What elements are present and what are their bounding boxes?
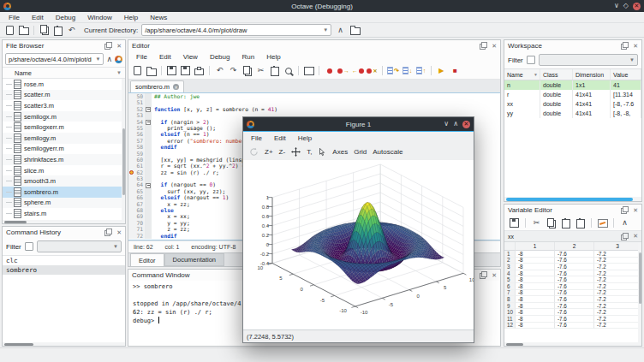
fold-margin[interactable] xyxy=(145,213,152,219)
editor-step-over-icon[interactable]: ↷ xyxy=(387,65,399,76)
variable-cell[interactable]: -7.2 xyxy=(594,258,641,264)
editor-save-as-icon[interactable] xyxy=(180,65,191,76)
fold-margin[interactable] xyxy=(145,112,152,118)
variable-cell[interactable]: -8 xyxy=(516,251,555,258)
line-number[interactable]: 59 xyxy=(128,151,145,157)
variable-editor-chart-icon[interactable] xyxy=(597,217,608,228)
editor-breakpoint-prev-icon[interactable]: ← xyxy=(352,65,364,76)
workspace-row[interactable]: ndouble1x141 xyxy=(504,80,641,90)
variable-cell[interactable]: -7.6 xyxy=(555,283,594,290)
close-tab-icon[interactable]: ✕ xyxy=(173,84,179,90)
variable-cell[interactable]: -7.6 xyxy=(555,323,594,329)
line-number[interactable]: 65 xyxy=(128,188,145,194)
variable-cell[interactable]: -7.2 xyxy=(594,316,641,323)
line-number[interactable]: 68 xyxy=(128,207,145,213)
editor-breakpoint-toggle-icon[interactable] xyxy=(324,65,335,76)
variable-cell[interactable]: -8 xyxy=(516,296,555,303)
history-item[interactable]: sombrero xyxy=(3,265,125,275)
line-number[interactable]: 61 xyxy=(128,163,145,169)
fold-margin[interactable] xyxy=(145,169,152,175)
line-number[interactable]: 66 xyxy=(128,194,145,200)
variable-cell[interactable]: -7.2 xyxy=(594,290,641,297)
close-variable-icon[interactable]: ✕ xyxy=(633,233,638,240)
variable-cell[interactable]: -7.6 xyxy=(555,309,594,316)
editor-save-icon[interactable] xyxy=(166,65,177,76)
editor-menu-file[interactable]: File xyxy=(130,53,153,61)
editor-copy-icon[interactable] xyxy=(242,65,253,76)
editor-open-folder-icon[interactable] xyxy=(146,65,157,76)
editor-redo-icon[interactable]: ↷ xyxy=(228,65,239,76)
close-icon[interactable]: ✕ xyxy=(633,3,641,10)
line-number[interactable]: 60 xyxy=(128,157,145,163)
editor-step-out-icon[interactable]: ↑ xyxy=(415,65,426,76)
file-row[interactable]: sombrero.m xyxy=(3,187,125,198)
fold-marker-icon[interactable] xyxy=(146,107,151,112)
main-undo-icon[interactable]: ↶ xyxy=(66,25,77,36)
line-number[interactable]: 69 xyxy=(128,213,145,219)
variable-cell[interactable]: -7.6 xyxy=(555,251,594,258)
figure-tool-insert-text-button[interactable]: T, xyxy=(307,148,312,156)
maximize-icon[interactable]: ◇ xyxy=(623,3,629,9)
line-number[interactable]: 53 xyxy=(128,112,145,118)
row-header[interactable]: 1 xyxy=(504,251,516,258)
menu-debug[interactable]: Debug xyxy=(50,14,82,21)
column-header[interactable]: Value xyxy=(611,69,641,80)
file-row[interactable]: semilogxerr.m xyxy=(3,122,125,133)
line-number[interactable]: 50 xyxy=(128,93,145,99)
variable-cell[interactable]: -7.2 xyxy=(594,251,641,258)
file-row[interactable]: sphere.m xyxy=(3,198,125,209)
file-row[interactable]: semilogyerr.m xyxy=(3,144,125,155)
row-header[interactable]: 9 xyxy=(504,303,516,310)
variable-editor-cut-icon[interactable]: ✂ xyxy=(531,217,542,228)
variable-cell[interactable]: -8 xyxy=(516,276,555,283)
editor-undo-icon[interactable]: ↶ xyxy=(214,65,225,76)
figure-menu-file[interactable]: File xyxy=(245,134,268,142)
file-row[interactable]: semilogy.m xyxy=(3,133,125,144)
fold-margin[interactable] xyxy=(145,201,152,207)
line-number[interactable]: 62 xyxy=(128,169,145,175)
variable-cell[interactable]: -8 xyxy=(516,264,555,270)
line-number[interactable]: 63 xyxy=(128,175,145,181)
close-icon[interactable]: ✕ xyxy=(462,121,470,128)
menu-news[interactable]: News xyxy=(144,14,173,21)
variable-cell[interactable]: -8 xyxy=(516,258,555,264)
main-new-document-icon[interactable] xyxy=(4,25,15,36)
fold-margin[interactable] xyxy=(145,226,152,232)
variable-cell[interactable]: -7.6 xyxy=(555,270,594,277)
variable-cell[interactable]: -7.6 xyxy=(555,296,594,303)
fold-margin[interactable] xyxy=(145,106,152,112)
fold-margin[interactable] xyxy=(145,125,152,131)
workspace-row[interactable]: yydouble41x41[-8, -8, xyxy=(504,109,641,118)
line-number[interactable]: 71 xyxy=(128,226,145,232)
editor-terminal-icon[interactable] xyxy=(303,65,314,76)
fold-margin[interactable] xyxy=(145,188,152,194)
line-number[interactable]: 51 xyxy=(128,99,145,105)
file-row[interactable]: scatter3.m xyxy=(3,100,125,111)
editor-breakpoints-clear-icon[interactable]: ✕ xyxy=(367,65,378,76)
column-header[interactable]: 3 xyxy=(594,242,641,251)
float-panel-icon[interactable] xyxy=(106,42,112,48)
row-header[interactable]: 11 xyxy=(504,316,516,323)
float-panel-icon[interactable] xyxy=(481,42,487,48)
row-header[interactable]: 4 xyxy=(504,270,516,277)
file-row[interactable]: slice.m xyxy=(3,165,125,176)
main-paste-icon[interactable] xyxy=(52,25,63,36)
close-panel-icon[interactable]: ✕ xyxy=(633,43,638,50)
editor-paste-icon[interactable] xyxy=(269,65,280,76)
filter-checkbox[interactable] xyxy=(527,56,535,64)
file-row[interactable]: rose.m xyxy=(3,79,125,90)
variable-cell[interactable]: -7.2 xyxy=(594,270,641,277)
current-directory-combo[interactable]: /app/share/octave/4.4.0/m/plot/draw ▼ xyxy=(141,24,331,36)
line-number[interactable]: 64 xyxy=(128,181,145,187)
column-header[interactable]: Dimension xyxy=(573,69,611,80)
fold-marker-icon[interactable] xyxy=(146,120,151,125)
menu-help[interactable]: Help xyxy=(118,14,144,21)
file-row[interactable]: semilogx.m xyxy=(3,111,125,122)
editor-continue-icon[interactable]: ▶ xyxy=(436,65,447,76)
variable-cell[interactable]: -7.2 xyxy=(594,283,641,290)
horizontal-scrollbar[interactable] xyxy=(3,220,125,223)
variable-cell[interactable]: -7.2 xyxy=(594,303,641,310)
octave-dir-icon[interactable] xyxy=(115,56,122,63)
row-header[interactable]: 8 xyxy=(504,296,516,303)
row-header[interactable]: 3 xyxy=(504,264,516,270)
